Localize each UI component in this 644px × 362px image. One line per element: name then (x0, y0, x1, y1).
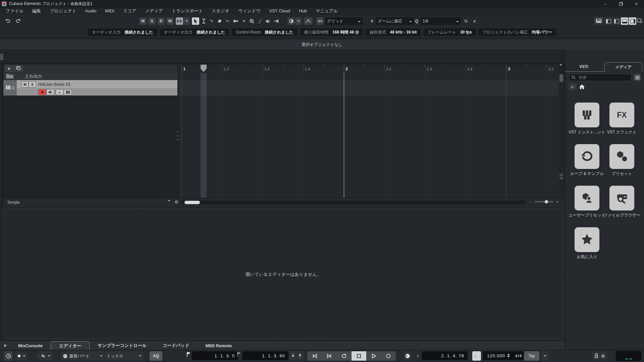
grid-type-select[interactable]: ズームに適応 (376, 17, 414, 25)
split-tool[interactable]: ✂ (224, 17, 231, 25)
right-locator-time[interactable]: 1. 1. 3. 80 (242, 351, 288, 360)
record-mode-group[interactable] (15, 351, 28, 361)
minimize-button[interactable]: – (598, 0, 613, 7)
autoscroll-options-dropdown[interactable] (184, 17, 190, 25)
redo-icon[interactable] (15, 17, 22, 25)
tempo-stepper[interactable] (507, 352, 510, 359)
menu-トランスポート[interactable]: トランスポート (167, 7, 207, 15)
color-menu-dropdown[interactable] (296, 17, 302, 25)
media-tile-loop[interactable] (575, 144, 599, 169)
stop-button[interactable] (352, 351, 366, 361)
media-tile-user-preset[interactable] (575, 186, 599, 210)
glue-tool[interactable] (232, 17, 239, 25)
menu-ウィンドウ[interactable]: ウィンドウ (234, 7, 265, 15)
footer-gear-icon[interactable]: ⚙ (174, 199, 178, 204)
media-back-button[interactable] (569, 83, 577, 90)
punch-in-button[interactable] (291, 353, 295, 359)
zone-divider-handle[interactable] (176, 131, 179, 140)
lower-zone-toggle[interactable] (621, 17, 628, 25)
tab-サンプラーコントロール[interactable]: サンプラーコントロール (90, 341, 155, 350)
edit-instrument-button[interactable] (64, 89, 72, 95)
automation-M-button[interactable]: M (139, 17, 147, 25)
footer-dropdown[interactable] (168, 201, 170, 206)
automation-W-button[interactable]: W (166, 17, 174, 25)
horizontal-scrollbar[interactable] (181, 200, 526, 204)
metronome-button[interactable] (594, 353, 598, 359)
lower-zone-close-button[interactable]: × (0, 341, 10, 350)
object-selection-tool[interactable] (192, 17, 199, 25)
range-selection-tool[interactable] (200, 17, 207, 25)
right-zone-toggle[interactable] (629, 17, 636, 25)
tab-コードパッド[interactable]: コードパッド (155, 341, 198, 350)
go-to-end-button[interactable] (322, 351, 337, 361)
io-folder-row[interactable]: 入力/出力 (3, 73, 177, 80)
tempo-track-button[interactable]: ♩ (472, 351, 481, 361)
solo-button[interactable]: S (29, 81, 36, 87)
color-menu-button[interactable] (287, 17, 295, 25)
track-visibility-preset[interactable]: Simple (7, 200, 20, 205)
menu-Hub[interactable]: Hub (294, 7, 311, 15)
automation-S-button[interactable]: S (148, 17, 156, 25)
tab-エディター[interactable]: エディター (51, 341, 90, 350)
zoom-tool[interactable] (248, 17, 256, 25)
menu-メディア[interactable]: メディア (141, 7, 167, 15)
menu-ファイル[interactable]: ファイル (1, 7, 28, 15)
tab-vsti[interactable]: VSTi (565, 62, 602, 71)
media-tile-star[interactable] (575, 227, 599, 252)
edit-channel-button[interactable]: e (56, 89, 64, 95)
vzoom-preset-1[interactable] (559, 174, 563, 176)
media-home-button[interactable] (578, 83, 586, 90)
mute-tool[interactable]: ✕ (240, 17, 248, 25)
timeline-ruler[interactable]: 11.21.31.422.22.32.433.2 (179, 64, 559, 73)
media-list-view-button[interactable] (634, 74, 641, 81)
play-button[interactable] (366, 351, 381, 361)
track-name[interactable]: HALion Sonic 01 (38, 82, 71, 87)
line-tool[interactable]: ╱ (256, 17, 264, 25)
track-preset-button[interactable] (16, 66, 21, 71)
midi-mix-mode-select[interactable]: ミックス (105, 351, 144, 361)
media-tile-hexagons[interactable] (609, 144, 634, 169)
media-tile-file-browser[interactable] (609, 186, 634, 210)
left-zone-alt-toggle[interactable] (613, 17, 620, 25)
quantize-select[interactable]: 1/8 (421, 17, 461, 25)
audio-record-mode-group[interactable] (39, 351, 52, 361)
secondary-time-display[interactable]: 2. 1. 4. 78 (422, 351, 468, 360)
quantize-panel-button[interactable]: e (471, 17, 478, 25)
tempo-display[interactable]: 120.000 (483, 351, 513, 360)
zoom-slider-knob[interactable] (545, 200, 548, 203)
left-divider-handle[interactable] (0, 54, 3, 60)
menu-VST Cloud[interactable]: VST Cloud (265, 7, 294, 15)
zoom-out-icon[interactable]: − (530, 200, 532, 204)
go-to-start-button[interactable] (307, 351, 322, 361)
tab-MIDI Remote[interactable]: MIDI Remote (197, 341, 240, 350)
left-locator-flag-icon[interactable] (186, 352, 191, 358)
setup-toolbar-button[interactable] (636, 17, 643, 24)
left-locator-time[interactable]: 1. 1. 3. 0 (192, 351, 238, 360)
vzoom-preset-2[interactable] (559, 177, 563, 179)
tap-tempo-button[interactable]: Tap (524, 351, 539, 361)
punch-out-button[interactable] (298, 353, 302, 359)
zoom-slider[interactable] (535, 201, 553, 202)
autoscroll-button[interactable] (176, 17, 183, 25)
media-search-box[interactable] (569, 74, 632, 81)
onscreen-keyboard-button[interactable] (594, 17, 603, 24)
media-tile-fx[interactable]: FX (609, 103, 634, 127)
tab-MixConsole[interactable]: MixConsole (10, 341, 51, 350)
event-display[interactable] (179, 73, 559, 198)
restore-button[interactable] (613, 0, 629, 7)
instrument-track[interactable]: 1 M S HALion Sonic 01 e (3, 80, 177, 96)
close-button[interactable]: × (629, 0, 644, 7)
menu-編集[interactable]: 編集 (28, 7, 45, 15)
undo-icon[interactable] (4, 17, 11, 25)
menu-MIDI[interactable]: MIDI (101, 7, 118, 15)
record-enable-button[interactable] (38, 89, 46, 95)
midi-record-mode-select[interactable]: 新規パート (61, 351, 105, 361)
auto-quantize-button[interactable]: AQ (150, 351, 162, 361)
track-body[interactable]: M S HALion Sonic 01 e (17, 80, 177, 96)
metronome-setup-gear-icon[interactable]: ⚙ (601, 354, 605, 359)
tab-media[interactable]: メディア (604, 62, 642, 71)
zoom-in-icon[interactable]: + (556, 200, 558, 204)
menu-マニュアル[interactable]: マニュアル (311, 7, 342, 15)
draw-tool[interactable]: ✎ (208, 17, 215, 25)
record-time-max-button[interactable] (4, 351, 13, 361)
